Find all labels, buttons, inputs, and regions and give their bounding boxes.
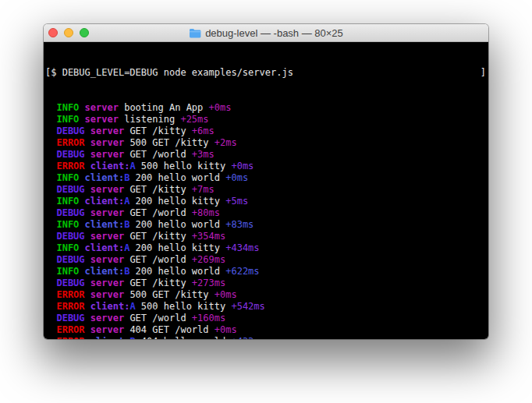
log-namespace: client: xyxy=(90,161,130,171)
log-level: INFO xyxy=(56,219,79,230)
log-line: INFO client:B 200 hello world +83ms xyxy=(45,219,486,231)
log-line: DEBUG server GET /kitty +354ms xyxy=(45,231,486,242)
command-right-bracket: ] xyxy=(481,67,486,79)
log-level: ERROR xyxy=(56,301,84,312)
log-message: 404 GET /world xyxy=(124,324,215,335)
log-namespace: client: xyxy=(90,336,130,339)
log-line: ERROR server 404 GET /world +0ms xyxy=(45,324,486,336)
log-diff: +160ms xyxy=(192,313,225,323)
log-message: GET /kitty xyxy=(124,278,192,288)
zoom-button[interactable] xyxy=(80,28,89,37)
log-namespace-suffix: B xyxy=(129,336,135,339)
terminal-screen[interactable]: [$ DEBUG_LEVEL=DEBUG node examples/serve… xyxy=(44,42,488,339)
window-controls xyxy=(44,28,89,37)
log-namespace: server xyxy=(90,149,124,160)
terminal-log-lines: INFO server booting An App +0msINFO serv… xyxy=(45,102,486,339)
log-diff: +25ms xyxy=(180,114,208,125)
log-level: INFO xyxy=(56,196,79,207)
log-message: 200 hello world xyxy=(129,219,225,230)
log-level: DEBUG xyxy=(56,149,84,160)
log-message: booting An App xyxy=(119,102,209,113)
log-namespace: server xyxy=(90,207,124,218)
command-text: [$ DEBUG_LEVEL=DEBUG node examples/serve… xyxy=(45,67,293,79)
log-message: 200 hello kitty xyxy=(129,196,225,207)
log-line: INFO client:B 200 hello world +622ms xyxy=(45,266,486,278)
log-line: ERROR client:B 404 hello world +433ms xyxy=(45,336,486,339)
log-line: ERROR server 500 GET /kitty +2ms xyxy=(45,137,486,149)
log-message: GET /kitty xyxy=(124,125,192,136)
log-level: DEBUG xyxy=(56,207,84,218)
log-level: ERROR xyxy=(56,161,84,171)
log-line: INFO client:A 200 hello kitty +5ms xyxy=(45,196,486,207)
log-namespace: server xyxy=(90,125,124,136)
terminal-window: debug-level — -bash — 80×25 [$ DEBUG_LEV… xyxy=(44,24,488,339)
log-message: 500 GET /kitty xyxy=(124,289,215,300)
log-line: DEBUG server GET /kitty +6ms xyxy=(45,125,486,137)
log-level: INFO xyxy=(56,266,79,277)
log-diff: +7ms xyxy=(192,184,215,195)
log-line: INFO client:B 200 hello world +0ms xyxy=(45,172,486,184)
title-area: debug-level — -bash — 80×25 xyxy=(44,24,488,41)
log-line: DEBUG server GET /kitty +7ms xyxy=(45,184,486,196)
log-line: DEBUG server GET /world +80ms xyxy=(45,207,486,219)
log-diff: +6ms xyxy=(192,125,215,136)
log-diff: +3ms xyxy=(192,149,215,160)
close-button[interactable] xyxy=(48,28,58,37)
log-message: GET /world xyxy=(124,313,192,323)
log-level: DEBUG xyxy=(56,278,84,288)
log-namespace: client: xyxy=(90,301,130,312)
log-level: ERROR xyxy=(56,336,84,339)
log-diff: +80ms xyxy=(192,207,220,218)
log-namespace: client: xyxy=(85,196,125,207)
log-level: DEBUG xyxy=(56,313,84,323)
log-line: DEBUG server GET /world +160ms xyxy=(45,313,486,324)
titlebar[interactable]: debug-level — -bash — 80×25 xyxy=(44,24,488,42)
folder-icon xyxy=(189,28,201,38)
log-message: 200 hello world xyxy=(129,266,225,277)
log-namespace-suffix: A xyxy=(129,161,135,171)
log-level: INFO xyxy=(56,172,79,183)
log-line: ERROR client:A 500 hello kitty +542ms xyxy=(45,301,486,313)
log-diff: +0ms xyxy=(231,161,254,171)
log-namespace: client: xyxy=(85,242,125,253)
log-message: GET /kitty xyxy=(124,231,192,242)
log-message: 200 hello kitty xyxy=(129,242,225,253)
log-message: GET /world xyxy=(124,149,192,160)
log-namespace: client: xyxy=(85,172,125,183)
log-level: DEBUG xyxy=(56,231,84,242)
log-message: GET /world xyxy=(124,207,192,218)
log-message: 404 hello world xyxy=(136,336,232,339)
log-level: DEBUG xyxy=(56,254,84,265)
log-level: DEBUG xyxy=(56,125,84,136)
log-diff: +269ms xyxy=(192,254,225,265)
log-namespace: server xyxy=(90,231,124,242)
log-diff: +0ms xyxy=(215,324,237,335)
log-namespace: server xyxy=(85,114,119,125)
log-diff: +0ms xyxy=(209,102,232,113)
log-namespace: client: xyxy=(85,266,125,277)
log-level: INFO xyxy=(56,102,79,113)
log-namespace-suffix: A xyxy=(129,301,135,312)
window-title: debug-level — -bash — 80×25 xyxy=(205,27,343,39)
command-line: [$ DEBUG_LEVEL=DEBUG node examples/serve… xyxy=(45,67,486,79)
log-level: INFO xyxy=(56,114,79,125)
log-namespace: server xyxy=(90,254,124,265)
log-line: INFO server booting An App +0ms xyxy=(45,102,486,114)
log-message: 500 hello kitty xyxy=(136,301,232,312)
minimize-button[interactable] xyxy=(64,28,73,37)
log-line: INFO client:A 200 hello kitty +434ms xyxy=(45,242,486,254)
log-level: ERROR xyxy=(56,137,84,148)
log-diff: +354ms xyxy=(192,231,225,242)
log-line: ERROR server 500 GET /kitty +0ms xyxy=(45,289,486,301)
log-message: GET /world xyxy=(124,254,192,265)
log-message: 500 GET /kitty xyxy=(124,137,215,148)
log-message: GET /kitty xyxy=(124,184,192,195)
log-diff: +434ms xyxy=(225,242,259,253)
log-namespace: server xyxy=(90,278,124,288)
log-diff: +542ms xyxy=(231,301,264,312)
log-line: DEBUG server GET /world +3ms xyxy=(45,149,486,161)
log-diff: +0ms xyxy=(225,172,248,183)
log-diff: +273ms xyxy=(192,278,225,288)
log-message: 200 hello world xyxy=(129,172,225,183)
log-namespace: server xyxy=(90,137,124,148)
